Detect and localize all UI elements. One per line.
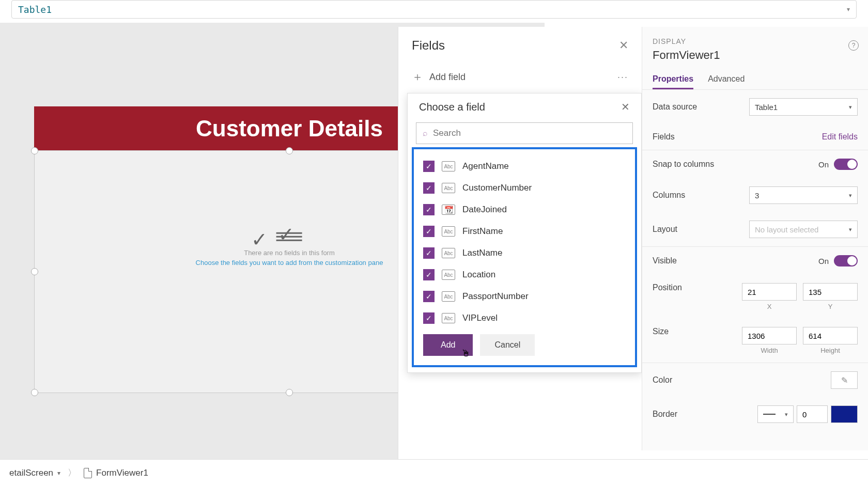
field-name: LastName [462, 248, 502, 258]
close-icon[interactable]: ✕ [621, 101, 630, 113]
form-glyph-icon: ✓ ✓ [196, 229, 383, 244]
breadcrumb-separator: 〉 [68, 467, 76, 479]
field-name: PassportNumber [462, 291, 529, 302]
checkbox[interactable]: ✓ [423, 312, 435, 324]
search-input[interactable] [433, 128, 626, 138]
fields-pane-title: Fields [412, 38, 445, 53]
prop-size-label: Size [653, 327, 742, 336]
height-label: Height [820, 347, 840, 354]
prop-border-label: Border [653, 410, 757, 419]
visible-value: On [818, 257, 829, 265]
formula-text: Table1 [18, 4, 52, 15]
field-type-icon: Abc [442, 291, 455, 302]
chevron-down-icon: ▾ [849, 104, 852, 111]
checkbox[interactable]: ✓ [423, 247, 435, 259]
field-row[interactable]: ✓AbcVIPLevel [416, 307, 633, 329]
field-type-icon: Abc [442, 313, 455, 323]
layout-value: No layout selected [755, 225, 818, 234]
checkbox[interactable]: ✓ [423, 182, 435, 194]
field-type-icon: Abc [442, 248, 455, 258]
size-width-input[interactable] [742, 327, 797, 344]
columns-select[interactable]: 3 ▾ [749, 186, 858, 204]
field-name: FirstName [462, 226, 503, 237]
border-style-select[interactable]: ▾ [757, 405, 794, 423]
checkbox[interactable]: ✓ [423, 269, 435, 280]
chevron-down-icon[interactable]: ▾ [57, 469, 60, 477]
add-field-button[interactable]: Add field [429, 72, 466, 83]
checkbox[interactable]: ✓ [423, 291, 435, 302]
search-input-wrap[interactable]: ⌕ [416, 122, 633, 144]
field-name: Location [462, 270, 495, 280]
resize-handle[interactable] [286, 389, 293, 396]
columns-value: 3 [755, 191, 759, 200]
prop-fields-label: Fields [653, 132, 822, 142]
resize-handle[interactable] [31, 147, 38, 154]
object-name: FormViewer1 [653, 49, 858, 62]
border-color-swatch[interactable] [831, 405, 858, 423]
edit-fields-link[interactable]: Edit fields [822, 132, 858, 142]
choose-field-title: Choose a field [419, 101, 485, 113]
resize-handle[interactable] [286, 147, 293, 154]
form-icon [84, 468, 92, 478]
screen-title: Customer Details [196, 116, 383, 142]
prop-columns-label: Columns [653, 191, 749, 200]
data-source-select[interactable]: Table1 ▾ [749, 98, 858, 116]
data-source-value: Table1 [755, 103, 778, 112]
snap-toggle[interactable] [834, 159, 858, 170]
field-row[interactable]: ✓AbcFirstName [416, 221, 633, 242]
position-x-input[interactable] [742, 283, 797, 301]
field-row[interactable]: ✓AbcPassportNumber [416, 286, 633, 307]
chevron-down-icon: ▾ [785, 411, 788, 418]
add-button[interactable]: Add [423, 334, 473, 356]
breadcrumb: etailScreen ▾ 〉 FormViewer1 [0, 459, 868, 486]
chevron-down-icon[interactable]: ▾ [847, 6, 850, 13]
field-row[interactable]: ✓AbcLastName [416, 242, 633, 264]
tab-properties[interactable]: Properties [653, 74, 693, 89]
chevron-down-icon: ▾ [849, 192, 852, 199]
prop-visible-label: Visible [653, 256, 818, 265]
prop-layout-label: Layout [653, 225, 749, 234]
resize-handle[interactable] [31, 389, 38, 396]
border-width-input[interactable] [797, 405, 828, 423]
field-type-icon: Abc [442, 226, 455, 237]
plus-icon[interactable]: ＋ [412, 69, 423, 85]
prop-snap-label: Snap to columns [653, 160, 818, 169]
y-label: Y [828, 303, 833, 310]
snap-value: On [818, 160, 829, 169]
field-type-icon: Abc [442, 270, 455, 280]
color-picker-icon: ✎ [841, 375, 848, 385]
field-list-highlight: ✓AbcAgentName✓AbcCustomerNumber✓📆DateJoi… [412, 147, 637, 367]
field-row[interactable]: ✓AbcLocation [416, 264, 633, 286]
checkbox[interactable]: ✓ [423, 204, 435, 215]
layout-select[interactable]: No layout selected ▾ [749, 221, 858, 238]
checkbox[interactable]: ✓ [423, 226, 435, 237]
tab-advanced[interactable]: Advanced [708, 74, 745, 89]
cancel-button[interactable]: Cancel [480, 334, 535, 356]
field-type-icon: 📆 [442, 205, 455, 215]
field-name: VIPLevel [462, 313, 498, 323]
position-y-input[interactable] [803, 283, 858, 301]
crumb-form[interactable]: FormViewer1 [76, 468, 156, 478]
crumb-label: etailScreen [9, 468, 53, 478]
color-swatch[interactable]: ✎ [831, 371, 858, 389]
size-height-input[interactable] [803, 327, 858, 344]
empty-msg-1: There are no fields in this form [196, 248, 383, 256]
help-icon[interactable]: ? [848, 40, 859, 51]
close-icon[interactable]: ✕ [619, 39, 628, 52]
crumb-screen[interactable]: etailScreen ▾ [2, 468, 68, 478]
visible-toggle[interactable] [834, 255, 858, 266]
empty-msg-2-link[interactable]: Choose the fields you want to add from t… [196, 258, 383, 266]
property-pane: DISPLAY FormViewer1 ? Properties Advance… [642, 27, 868, 450]
field-list: ✓AbcAgentName✓AbcCustomerNumber✓📆DateJoi… [416, 155, 633, 329]
more-icon[interactable]: ··· [617, 72, 628, 83]
field-name: CustomerNumber [462, 183, 532, 193]
field-row[interactable]: ✓AbcAgentName [416, 155, 633, 177]
resize-handle[interactable] [31, 268, 38, 275]
prop-data-source-label: Data source [653, 102, 749, 112]
checkbox[interactable]: ✓ [423, 161, 435, 172]
formula-bar[interactable]: Table1 ▾ [11, 0, 857, 19]
field-row[interactable]: ✓📆DateJoined [416, 199, 633, 221]
x-label: X [767, 303, 772, 310]
crumb-label: FormViewer1 [96, 468, 148, 478]
field-row[interactable]: ✓AbcCustomerNumber [416, 177, 633, 199]
